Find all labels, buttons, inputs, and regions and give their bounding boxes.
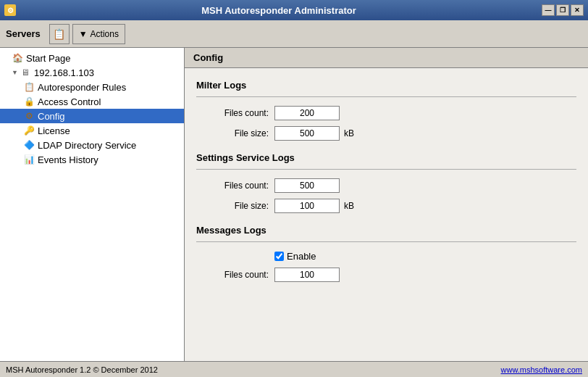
sidebar-item-label: LDAP Directory Service [38,140,136,151]
toolbar-icon-button[interactable]: 📋 [49,24,70,44]
messages-logs-title: Messages Logs [196,225,576,236]
milter-file-size-label: File size: [196,128,269,138]
sidebar-item-label: Access Control [38,96,101,107]
restore-button[interactable]: ❐ [556,4,569,16]
settings-files-count-row: Files count: [196,178,576,193]
milter-file-size-row: File size: kB [196,126,576,141]
sidebar-item-label: Autoresponder Rules [38,82,126,93]
milter-file-size-unit: kB [344,128,354,138]
sidebar-item-autoresponder-rules[interactable]: 📋 Autoresponder Rules [0,80,184,94]
sidebar-item-access-control[interactable]: 🔒 Access Control [0,94,184,109]
messages-logs-divider [196,241,576,242]
app-icon: ⚙ [4,4,16,16]
start-page-icon: 🏠 [12,52,23,64]
window-title: MSH Autoresponder Administrator [16,5,542,16]
server-icon: 🖥 [20,67,31,78]
milter-files-count-label: Files count: [196,108,269,118]
sidebar-item-server[interactable]: ▼ 🖥 192.168.1.103 [0,65,184,80]
settings-file-size-row: File size: kB [196,199,576,213]
title-bar: ⚙ MSH Autoresponder Administrator — ❐ ✕ [0,0,588,20]
sidebar: 🏠 Start Page ▼ 🖥 192.168.1.103 📋 Autores… [0,48,185,361]
sidebar-item-label: Config [38,111,65,122]
actions-arrow: ▼ [79,29,88,39]
milter-logs-section: Milter Logs Files count: File size: kB [196,80,576,141]
content-area: 🏠 Start Page ▼ 🖥 192.168.1.103 📋 Autores… [0,48,588,361]
sidebar-item-events-history[interactable]: 📊 Events History [0,152,184,167]
settings-file-size-unit: kB [344,201,354,211]
toolbar: Servers 📋 ▼ Actions [0,20,588,48]
status-link[interactable]: www.mshsoftware.com [501,365,582,374]
sidebar-item-license[interactable]: 🔑 License [0,123,184,138]
close-button[interactable]: ✕ [571,4,584,16]
milter-logs-divider [196,96,576,97]
settings-files-count-label: Files count: [196,181,269,191]
settings-logs-title: Settings Service Logs [196,152,576,163]
rules-icon: 📋 [23,81,35,93]
minimize-button[interactable]: — [542,4,555,16]
sidebar-item-label: License [38,125,70,136]
status-left: MSH Autoresponder 1.2 © December 2012 [6,365,158,374]
sidebar-item-label: 192.168.1.103 [34,67,94,78]
main-panel: Config Milter Logs Files count: File siz… [185,48,588,361]
messages-logs-section: Messages Logs Enable Files count: [196,225,576,282]
actions-label: Actions [91,29,119,39]
milter-file-size-input[interactable] [274,126,340,141]
settings-file-size-input[interactable] [274,199,340,213]
sidebar-item-label: Start Page [26,53,70,64]
servers-label: Servers [4,27,46,41]
settings-file-size-label: File size: [196,201,269,211]
actions-button[interactable]: ▼ Actions [72,24,125,44]
title-bar-left: ⚙ [4,4,16,16]
settings-logs-divider [196,169,576,170]
sidebar-item-config[interactable]: ⚙ Config [0,109,184,123]
messages-files-count-input[interactable] [274,268,340,282]
enable-label: Enable [287,251,316,262]
milter-logs-title: Milter Logs [196,80,576,91]
sidebar-item-ldap[interactable]: 🔷 LDAP Directory Service [0,138,184,152]
messages-files-count-row: Files count: [196,268,576,282]
title-controls[interactable]: — ❐ ✕ [542,4,584,16]
events-icon: 📊 [23,154,35,165]
settings-files-count-input[interactable] [274,178,340,193]
settings-logs-section: Settings Service Logs Files count: File … [196,152,576,213]
enable-checkbox[interactable] [274,252,284,261]
config-icon: ⚙ [23,110,35,122]
sidebar-item-start-page[interactable]: 🏠 Start Page [0,51,184,65]
status-bar: MSH Autoresponder 1.2 © December 2012 ww… [0,361,588,377]
ldap-icon: 🔷 [23,139,35,151]
enable-checkbox-row: Enable [196,251,576,262]
milter-files-count-input[interactable] [274,106,340,120]
panel-title: Config [193,52,223,63]
license-icon: 🔑 [23,125,35,136]
messages-files-count-label: Files count: [196,270,269,280]
lock-icon: 🔒 [23,96,35,107]
panel-header: Config [185,48,588,68]
main-container: Servers 📋 ▼ Actions 🏠 Start Page ▼ 🖥 192… [0,20,588,377]
panel-content: Milter Logs Files count: File size: kB S… [185,68,588,297]
milter-files-count-row: Files count: [196,106,576,120]
expand-icon: ▼ [12,69,18,76]
sidebar-item-label: Events History [38,154,98,165]
